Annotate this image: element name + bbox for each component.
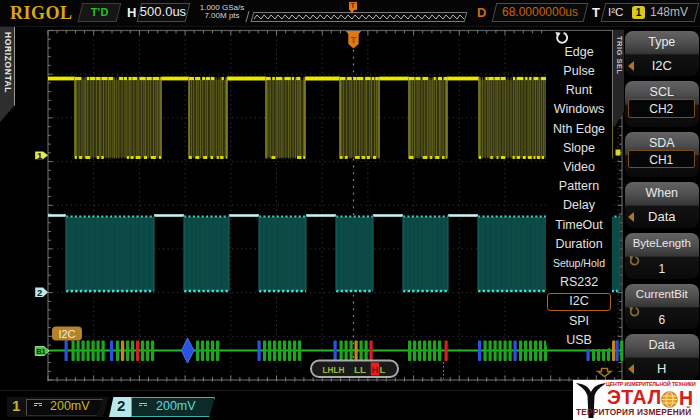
svg-text:LL: LL: [354, 364, 366, 375]
svg-text:I2C: I2C: [58, 328, 75, 340]
svg-text:H: H: [371, 364, 378, 375]
svg-text:LHLH: LHLH: [323, 364, 345, 375]
svg-text:T: T: [351, 34, 357, 45]
svg-text:B1: B1: [36, 347, 46, 356]
svg-text:2: 2: [37, 287, 42, 298]
svg-text:1: 1: [37, 150, 43, 161]
svg-text:L: L: [379, 364, 385, 375]
